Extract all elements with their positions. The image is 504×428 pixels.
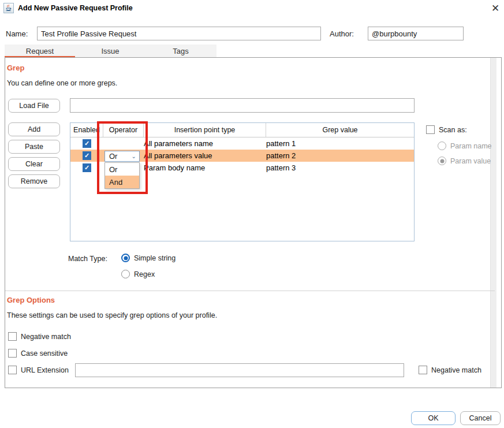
simple-string-label: Simple string <box>134 254 176 262</box>
table-row[interactable]: ✓ All parameters name pattern 1 <box>70 137 414 150</box>
regex-label: Regex <box>134 270 155 278</box>
tab-tags[interactable]: Tags <box>145 44 216 57</box>
negative-match-right-label: Negative match <box>431 366 481 374</box>
add-button[interactable]: Add <box>8 122 60 136</box>
scan-as-checkbox-row[interactable]: Scan as: <box>426 125 467 134</box>
param-value-radio-row: Param value <box>438 157 491 165</box>
url-extension-label: URL Extension <box>21 366 69 374</box>
remove-button[interactable]: Remove <box>8 174 60 188</box>
operator-combobox-value: Or <box>109 152 117 161</box>
paste-button[interactable]: Paste <box>8 140 60 154</box>
scan-as-label: Scan as: <box>439 126 467 134</box>
enabled-cell: ✓ <box>70 150 103 162</box>
vertical-scrollbar[interactable] <box>490 58 496 388</box>
param-value-label: Param value <box>450 157 491 165</box>
java-cup-icon <box>5 5 12 12</box>
case-sensitive-label: Case sensitive <box>21 349 68 358</box>
name-label: Name: <box>6 29 28 38</box>
enabled-cell: ✓ <box>70 162 103 174</box>
clear-button[interactable]: Clear <box>8 157 60 171</box>
negative-match-row[interactable]: Negative match <box>8 332 71 341</box>
grep-description: You can define one or more greps. <box>7 79 117 87</box>
negative-match-right-row[interactable]: Negative match <box>419 366 481 374</box>
grep-heading: Grep <box>7 64 24 72</box>
row3-enabled-checkbox[interactable]: ✓ <box>83 163 91 172</box>
ok-button[interactable]: OK <box>411 411 456 425</box>
param-name-radio[interactable] <box>438 142 446 150</box>
grep-value-cell: pattern 2 <box>266 150 414 162</box>
close-button[interactable]: ✕ <box>488 1 502 15</box>
dropdown-option-and[interactable]: And <box>105 176 139 188</box>
title-bar: Add New Passive Request Profile ✕ <box>0 0 504 16</box>
section-divider <box>5 291 495 291</box>
scan-as-checkbox[interactable] <box>426 125 435 134</box>
operator-combobox[interactable]: Or ⌄ <box>104 151 140 162</box>
column-header-insertion-point-type[interactable]: Insertion point type <box>144 123 266 137</box>
load-file-button[interactable]: Load File <box>8 99 60 113</box>
row2-enabled-checkbox[interactable]: ✓ <box>83 151 91 160</box>
case-sensitive-checkbox[interactable] <box>8 349 17 358</box>
enabled-cell: ✓ <box>70 137 103 150</box>
window-title: Add New Passive Request Profile <box>18 4 133 12</box>
match-type-label: Match Type: <box>68 255 107 263</box>
insertion-point-cell: Param body name <box>144 162 266 174</box>
param-name-radio-row: Param name <box>438 142 492 150</box>
simple-string-radio[interactable] <box>121 254 130 262</box>
java-app-icon <box>3 3 14 13</box>
author-label: Author: <box>330 29 354 38</box>
grep-options-heading: Grep Options <box>7 296 55 304</box>
author-input[interactable] <box>368 27 464 40</box>
name-input[interactable] <box>37 27 321 40</box>
cancel-button[interactable]: Cancel <box>460 411 501 425</box>
operator-dropdown-list: Or And <box>104 162 140 189</box>
grep-value-cell: pattern 1 <box>266 137 414 150</box>
row1-enabled-checkbox[interactable]: ✓ <box>83 139 91 148</box>
grep-options-description: These settings can be used to specify gr… <box>7 311 217 319</box>
column-header-enabled[interactable]: Enabled <box>70 123 103 137</box>
grep-entry-input[interactable] <box>70 98 415 113</box>
insertion-point-cell: All parameters name <box>144 137 266 150</box>
param-value-radio[interactable] <box>438 157 446 165</box>
url-extension-row[interactable]: URL Extension <box>8 366 69 374</box>
column-header-operator[interactable]: Operator <box>103 123 144 137</box>
dropdown-option-or[interactable]: Or <box>105 163 139 176</box>
tab-strip: Request Issue Tags <box>5 44 216 57</box>
simple-string-radio-row[interactable]: Simple string <box>121 254 176 262</box>
negative-match-label: Negative match <box>21 333 71 341</box>
tab-request[interactable]: Request <box>5 44 75 57</box>
insertion-point-cell: All parameters value <box>144 150 266 162</box>
regex-radio-row[interactable]: Regex <box>121 270 155 278</box>
operator-cell <box>103 137 144 150</box>
grep-table-header: Enabled Operator Insertion point type Gr… <box>70 123 414 137</box>
negative-match-right-checkbox[interactable] <box>419 366 427 374</box>
negative-match-checkbox[interactable] <box>8 332 17 341</box>
tab-issue[interactable]: Issue <box>75 44 145 57</box>
url-extension-input[interactable] <box>75 363 404 377</box>
grep-value-cell: pattern 3 <box>266 162 414 174</box>
url-extension-checkbox[interactable] <box>8 366 17 374</box>
case-sensitive-row[interactable]: Case sensitive <box>8 349 68 358</box>
chevron-down-icon: ⌄ <box>132 153 136 159</box>
regex-radio[interactable] <box>121 270 130 278</box>
param-name-label: Param name <box>450 142 492 150</box>
column-header-grep-value[interactable]: Grep value <box>266 123 414 137</box>
